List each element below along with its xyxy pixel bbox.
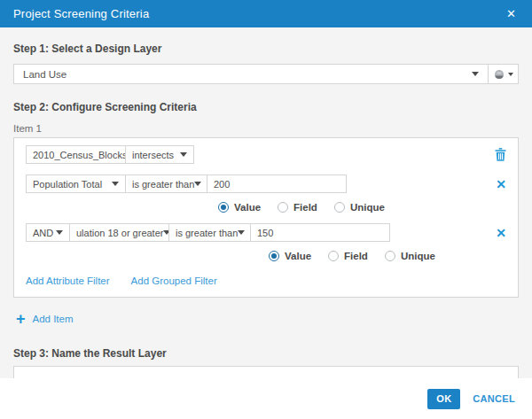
chevron-down-icon <box>238 230 245 235</box>
chevron-down-icon <box>194 182 201 186</box>
cancel-button[interactable]: CANCEL <box>473 393 515 404</box>
filter1-value-input[interactable] <box>207 175 347 193</box>
radio-unselected-icon <box>385 251 395 261</box>
filter1-field-select[interactable]: Population Total <box>26 175 126 193</box>
screening-item-card: 2010_Census_Blocks intersects <box>13 137 519 298</box>
filter1-operator-select[interactable]: is greater than <box>125 175 207 193</box>
plus-icon: + <box>16 313 26 325</box>
filter1-field-value: Population Total <box>33 179 102 190</box>
ok-button[interactable]: OK <box>427 389 460 409</box>
filter2-conjunction-value: AND <box>33 228 53 238</box>
chevron-down-icon <box>180 152 187 157</box>
filter2-value-input[interactable] <box>250 223 390 242</box>
dialog-footer: OK CANCEL <box>0 378 532 419</box>
add-attribute-filter-link[interactable]: Add Attribute Filter <box>26 275 110 286</box>
spatial-operator-value: intersects <box>132 150 174 160</box>
filter2-mode-unique[interactable]: Unique <box>385 251 435 261</box>
radio-unselected-icon <box>328 251 339 261</box>
filter2-mode-radios: Value Field Unique <box>269 250 506 262</box>
radio-unselected-icon <box>278 202 288 213</box>
filter-links-row: Add Attribute Filter Add Grouped Filter <box>26 274 506 288</box>
design-layer-value: Land Use <box>23 69 66 80</box>
step1-label: Step 1: Select a Design Layer <box>13 43 519 55</box>
item-1-label: Item 1 <box>13 123 519 134</box>
attribute-filter-row-1: Population Total is greater than ✕ <box>26 175 506 193</box>
filter2-mode-value[interactable]: Value <box>269 251 311 261</box>
basemap-globe-icon <box>494 69 505 80</box>
layer-operator-row: 2010_Census_Blocks intersects <box>26 145 506 164</box>
add-item-label: Add Item <box>33 314 74 324</box>
step2-label: Step 2: Configure Screening Criteria <box>13 101 519 113</box>
dialog-title: Project Screening Criteria <box>13 7 149 20</box>
radio-unselected-icon <box>334 202 345 213</box>
chevron-down-icon <box>56 230 63 235</box>
filter2-conjunction-select[interactable]: AND <box>26 223 70 242</box>
add-item-button[interactable]: + Add Item <box>16 313 519 325</box>
filter1-mode-unique[interactable]: Unique <box>334 202 385 213</box>
filter2-operator-select[interactable]: is greater than <box>168 223 251 242</box>
spatial-operator-select[interactable]: intersects <box>125 145 194 164</box>
radio-selected-icon <box>269 251 279 261</box>
delete-item-button[interactable] <box>495 148 506 161</box>
filter1-operator-value: is greater than <box>132 179 194 190</box>
remove-filter1-icon[interactable]: ✕ <box>496 178 506 190</box>
filter2-field-value: ulation 18 or greater <box>76 228 163 238</box>
chevron-down-icon <box>112 182 119 186</box>
criteria-layer-value: 2010_Census_Blocks <box>33 150 126 160</box>
step3-label: Step 3: Name the Result Layer <box>13 347 519 360</box>
filter2-mode-field[interactable]: Field <box>328 251 368 261</box>
trash-icon <box>495 148 506 161</box>
dialog-header: Project Screening Criteria ✕ <box>0 0 532 27</box>
chevron-down-icon <box>508 73 513 76</box>
filter1-mode-radios: Value Field Unique <box>218 201 506 213</box>
close-icon[interactable]: ✕ <box>504 6 519 21</box>
dialog-body: Step 1: Select a Design Layer Land Use S… <box>0 43 532 388</box>
filter1-mode-field[interactable]: Field <box>278 202 317 213</box>
radio-selected-icon <box>218 202 229 213</box>
criteria-layer-select[interactable]: 2010_Census_Blocks <box>26 145 126 164</box>
chevron-down-icon <box>472 72 479 76</box>
filter1-mode-value[interactable]: Value <box>218 202 261 213</box>
remove-filter2-icon[interactable]: ✕ <box>496 227 506 239</box>
attribute-filter-row-2: AND ulation 18 or greater is greater tha… <box>26 223 506 242</box>
design-layer-select[interactable]: Land Use <box>14 65 489 83</box>
layer-options-button[interactable] <box>489 65 518 83</box>
project-screening-criteria-dialog: Project Screening Criteria ✕ Step 1: Sel… <box>0 0 532 419</box>
add-grouped-filter-link[interactable]: Add Grouped Filter <box>131 275 217 286</box>
design-layer-select-group: Land Use <box>13 64 519 84</box>
filter2-field-select[interactable]: ulation 18 or greater <box>69 223 169 242</box>
filter2-operator-value: is greater than <box>176 228 238 238</box>
